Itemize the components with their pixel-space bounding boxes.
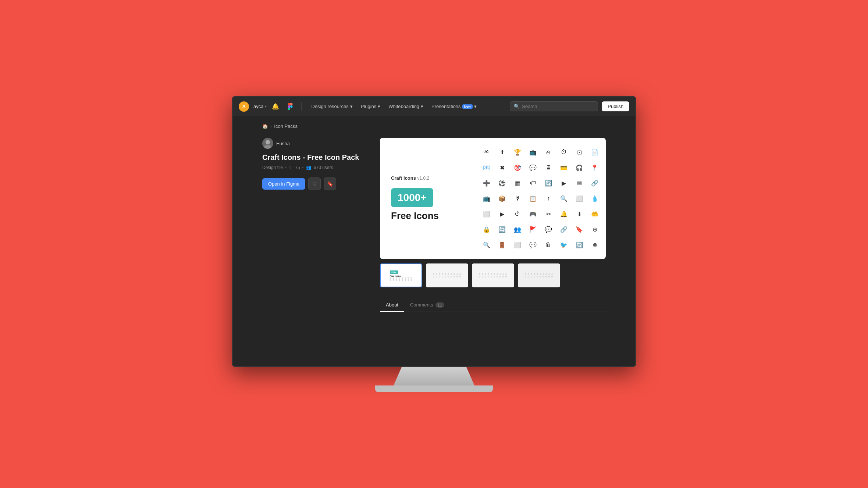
thumbnail-3[interactable] (472, 263, 514, 287)
icon-cell: 🎯 (510, 160, 525, 175)
username-chevron-icon: ▾ (265, 104, 267, 108)
tab-about[interactable]: About (380, 298, 404, 312)
nav-divider (301, 103, 302, 111)
author-avatar (262, 138, 273, 149)
thumbnails-row: 1000+ Free Icons (380, 263, 606, 287)
presentations-chevron-icon: ▾ (474, 104, 477, 109)
tab-comments[interactable]: Comments 11 (404, 298, 450, 312)
content-area: 🏠 › Icon Packs Eusha (233, 116, 635, 366)
svg-point-1 (264, 145, 271, 149)
icon-cell: ✂ (541, 207, 556, 221)
preview-left-text: Craft Icons v1.0.2 1000+ Free Icons (380, 164, 476, 233)
icon-cell: 📺 (526, 145, 540, 159)
whiteboarding-chevron-icon: ▾ (421, 104, 423, 109)
icon-cell: ⬜ (510, 237, 525, 252)
figma-icon[interactable] (285, 101, 295, 112)
icon-cell: 🔄 (572, 237, 587, 252)
design-resources-chevron-icon: ▾ (350, 104, 353, 109)
thumb-mini-badge: 1000+ (390, 270, 398, 274)
icon-cell: 💳 (556, 160, 571, 175)
main-preview[interactable]: Craft Icons v1.0.2 1000+ Free Icons 👁 ⬆ … (380, 138, 606, 259)
notifications-bell-icon[interactable]: 🔔 (272, 103, 279, 110)
file-title: Craft Icons - Free Icon Pack (262, 152, 365, 162)
tabs-row: About Comments 11 (380, 298, 606, 312)
icon-cell: ↑ (541, 191, 556, 206)
thumb-dots-grid-4 (525, 273, 553, 277)
craft-icons-header: Craft Icons v1.0.2 (391, 175, 465, 181)
svg-point-0 (266, 140, 270, 144)
meta-dot-1: • (285, 165, 287, 170)
icon-cell: 🎮 (526, 207, 540, 221)
nav-plugins[interactable]: Plugins ▾ (357, 101, 384, 111)
nav-presentations[interactable]: Presentations New ▾ (428, 101, 480, 111)
icon-cell: 🎧 (572, 160, 587, 175)
thumbnail-4[interactable] (518, 263, 560, 287)
icon-cell: ➕ (479, 176, 494, 190)
icon-cell: 🔒 (479, 222, 494, 237)
icon-cell: 🖥 (541, 160, 556, 175)
breadcrumb-home-icon[interactable]: 🏠 (262, 123, 268, 129)
navbar: A ayca ▾ 🔔 Design resources ▾ (233, 97, 635, 116)
icon-cell: 🔄 (541, 176, 556, 190)
icon-cell: ⬆ (495, 145, 509, 159)
icon-cell: 🗑 (541, 237, 556, 252)
count-badge: 1000+ (391, 188, 433, 207)
breadcrumb-separator: › (270, 123, 272, 129)
icon-cell: ⬜ (572, 191, 587, 206)
nav-right: 🔍 Search Publish (510, 101, 629, 111)
icon-cell: ⊕ (587, 222, 602, 237)
user-avatar: A (239, 101, 249, 112)
icon-cell: ⊡ (572, 145, 587, 159)
author-name: Eusha (276, 141, 290, 146)
icon-cell: ▦ (510, 176, 525, 190)
icon-cell: 📄 (587, 145, 602, 159)
thumb-dots-grid-3 (479, 273, 507, 277)
icon-cell: ⊗ (587, 237, 602, 252)
breadcrumb: 🏠 › Icon Packs (262, 123, 606, 129)
icon-cell: 🔖 (572, 222, 587, 237)
users-icon: 👥 (306, 165, 312, 170)
icon-cell: 💬 (526, 160, 540, 175)
thumbnail-1[interactable]: 1000+ Free Icons (380, 263, 422, 287)
icon-cell: ⏱ (556, 145, 571, 159)
thumb-dots-grid-2 (433, 273, 461, 277)
icon-cell: 📺 (479, 191, 494, 206)
open-figma-button[interactable]: Open in Figma (262, 178, 305, 190)
icons-grid: 👁 ⬆ 🏆 📺 🖨 ⏱ ⊡ 📄 📧 ✖ 🎯 💬 (476, 141, 606, 256)
icon-cell: ✉ (572, 176, 587, 190)
publish-button[interactable]: Publish (602, 101, 629, 111)
icon-cell: 🔔 (556, 207, 571, 221)
nav-links: Design resources ▾ Plugins ▾ Whiteboardi… (307, 101, 505, 111)
action-buttons: Open in Figma ♡ 🔖 (262, 177, 365, 190)
icon-cell: 💧 (587, 191, 602, 206)
username-button[interactable]: ayca ▾ (253, 104, 267, 109)
thumbnail-2[interactable] (426, 263, 468, 287)
icon-cell: 🚩 (526, 222, 540, 237)
bookmark-button[interactable]: 🔖 (324, 177, 336, 190)
plugins-chevron-icon: ▾ (378, 104, 380, 109)
nav-design-resources[interactable]: Design resources ▾ (307, 101, 356, 111)
icon-cell: ⚽ (495, 176, 509, 190)
left-panel: Eusha Craft Icons - Free Icon Pack Desig… (262, 138, 365, 190)
likes-heart-icon: ♡ (289, 165, 293, 170)
likes-count: 75 (295, 165, 300, 170)
icon-cell: 🔄 (495, 222, 509, 237)
icon-cell: 🚪 (495, 237, 509, 252)
search-icon: 🔍 (514, 104, 520, 109)
icon-cell: 🏷 (526, 176, 540, 190)
icon-cell: 🖨 (541, 145, 556, 159)
icon-cell: ⬇ (572, 207, 587, 221)
icon-cell: 📍 (587, 160, 602, 175)
comments-badge: 11 (435, 302, 444, 308)
file-meta: Design file • ♡ 75 • 👥 670 users (262, 165, 365, 170)
search-bar[interactable]: 🔍 Search (510, 101, 598, 111)
icon-cell: 🔗 (556, 222, 571, 237)
bookmark-icon: 🔖 (327, 181, 333, 187)
icon-cell: ▶ (495, 207, 509, 221)
like-button[interactable]: ♡ (308, 177, 321, 190)
nav-whiteboarding[interactable]: Whiteboarding ▾ (385, 101, 427, 111)
breadcrumb-icon-packs[interactable]: Icon Packs (274, 123, 298, 129)
icon-cell: 📋 (526, 191, 540, 206)
file-type-label: Design file (262, 165, 283, 170)
icon-cell: 🤲 (587, 207, 602, 221)
